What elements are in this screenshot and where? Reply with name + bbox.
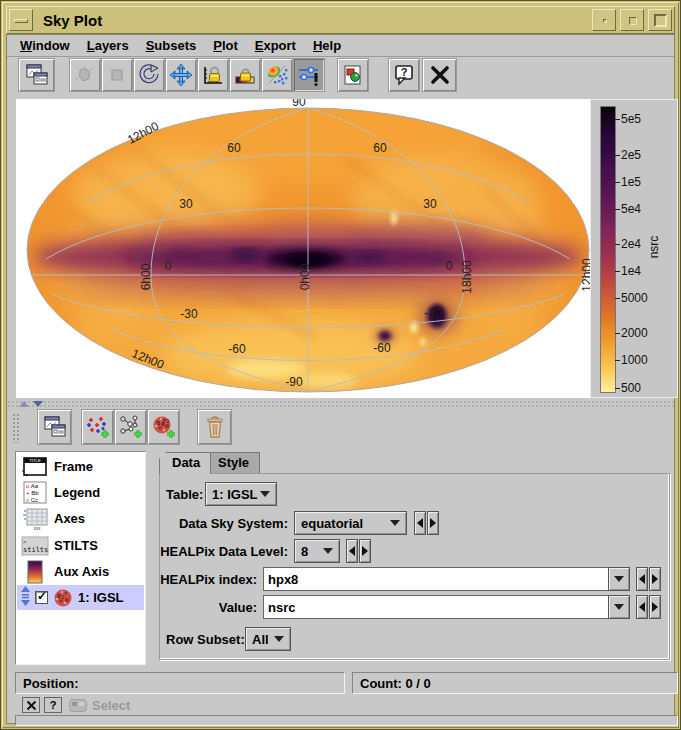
svg-text:stilts: stilts xyxy=(23,546,48,554)
healpix-level-select[interactable]: 8 xyxy=(294,539,340,563)
window-plot-icon xyxy=(25,64,49,86)
spin-left-button[interactable] xyxy=(346,539,358,563)
title-bar[interactable]: Sky Plot xyxy=(6,6,675,34)
chevron-down-icon[interactable] xyxy=(608,567,630,591)
lock-aux-range-button[interactable] xyxy=(229,58,261,92)
colorbar-tick: 1e5 xyxy=(621,175,641,189)
grid-label-m60-left: -60 xyxy=(228,342,245,356)
layer-item-frame[interactable]: TITLE Frame xyxy=(17,454,144,479)
axes-lock-icon xyxy=(202,64,224,86)
spin-right-button[interactable] xyxy=(427,511,439,535)
grid-label-m30-right: -30 xyxy=(424,306,441,320)
window-menu-button[interactable] xyxy=(9,9,33,31)
close-button[interactable] xyxy=(422,58,457,92)
menu-export[interactable]: Export xyxy=(255,38,296,53)
restore-button[interactable] xyxy=(648,9,672,31)
row-subset-value: All xyxy=(252,632,269,647)
layer-item-igsl[interactable]: ✓ 4 0 1: IGSL xyxy=(17,585,144,610)
splitter-collapse-down-icon[interactable] xyxy=(33,401,43,407)
cancel-navigation-button[interactable] xyxy=(22,697,40,713)
toolbar-grip[interactable] xyxy=(12,413,21,443)
colorbar-tick: 5000 xyxy=(621,291,648,305)
scatter-plus-icon xyxy=(86,415,110,439)
healpix-index-label: HEALPix index: xyxy=(160,572,257,587)
spin-left-button[interactable] xyxy=(636,595,648,619)
grid-label-0-right: 0 xyxy=(446,259,453,273)
position-label: Position: xyxy=(23,676,79,691)
row-subset-label: Row Subset: xyxy=(166,632,245,647)
rescale-button[interactable] xyxy=(133,58,165,92)
navigation-help-button[interactable]: ? xyxy=(44,697,62,713)
tab-style[interactable]: Style xyxy=(205,452,260,474)
add-pair-layer-button[interactable] xyxy=(114,409,147,445)
menu-subsets[interactable]: Subsets xyxy=(146,38,197,53)
menu-plot[interactable]: Plot xyxy=(213,38,238,53)
grid-label-m30-left: -30 xyxy=(180,307,197,321)
colorbar-tick: 2e5 xyxy=(621,148,641,162)
aux-axis-icon xyxy=(20,560,50,583)
help-button[interactable]: ? xyxy=(388,58,420,92)
healpix-index-combo[interactable]: hpx8 xyxy=(263,567,630,591)
layer-item-stilts[interactable]: > stilts STILTS xyxy=(17,533,144,558)
new-plot-window-button[interactable] xyxy=(18,58,55,92)
pan-mode-button[interactable] xyxy=(165,58,197,92)
sky-plot-canvas[interactable]: 90 12h00 60 60 30 30 0 0 6h00 0h00 18h00… xyxy=(16,99,678,398)
healpix-level-spinner xyxy=(346,539,371,563)
spin-left-button[interactable] xyxy=(414,511,426,535)
value-combo[interactable]: nsrc xyxy=(263,595,630,619)
tab-data[interactable]: Data xyxy=(159,452,211,474)
layer-item-legend[interactable]: o Aa + Bb x Cc Legend xyxy=(17,480,144,505)
chevron-down-icon[interactable] xyxy=(608,595,630,619)
healpix-index-value[interactable]: hpx8 xyxy=(263,567,608,591)
spin-right-button[interactable] xyxy=(359,539,371,563)
add-position-layer-button[interactable] xyxy=(81,409,114,445)
reorder-layer-icon[interactable] xyxy=(20,585,31,611)
split-pane-divider[interactable] xyxy=(7,400,674,408)
stilts-icon: > stilts xyxy=(20,534,50,557)
svg-text:x Cc: x Cc xyxy=(26,497,38,503)
svg-text:TITLE: TITLE xyxy=(29,458,41,463)
svg-text:1 3: 1 3 xyxy=(162,418,169,424)
colorbar-gradient xyxy=(600,106,616,393)
svg-text:o Aa: o Aa xyxy=(26,483,39,489)
value-value[interactable]: nsrc xyxy=(263,595,608,619)
sketch-mode-button[interactable] xyxy=(261,58,293,92)
window-content: Window Layers Subsets Plot Export Help xyxy=(6,34,675,724)
menu-layers[interactable]: Layers xyxy=(87,38,129,53)
healpix-index-spinner xyxy=(636,567,661,591)
menu-window[interactable]: Window xyxy=(20,38,70,53)
table-select[interactable]: 1: IGSL xyxy=(205,482,277,506)
export-image-button[interactable] xyxy=(337,58,369,92)
window-plot-icon xyxy=(43,416,67,438)
add-healpix-layer-button[interactable]: 4 0 1 3 xyxy=(147,409,180,445)
value-label: Value: xyxy=(160,600,257,615)
row-subset-select[interactable]: All xyxy=(245,627,291,651)
menu-help[interactable]: Help xyxy=(313,38,341,53)
colorbar-tick: 5e4 xyxy=(621,202,641,216)
trash-icon xyxy=(204,415,226,439)
layer-control-window-button[interactable] xyxy=(37,409,72,445)
grid-label-m60-right: -60 xyxy=(373,341,390,355)
sky-system-spinner xyxy=(414,511,439,535)
table-label: Table: xyxy=(166,487,203,502)
plot-config-button[interactable] xyxy=(293,58,325,92)
svg-text:>: > xyxy=(23,538,27,545)
spin-left-button[interactable] xyxy=(636,567,648,591)
question-icon: ? xyxy=(50,699,57,711)
layer-item-aux-axis[interactable]: Aux Axis xyxy=(17,559,144,584)
lock-axes-button[interactable] xyxy=(197,58,229,92)
minimize-button[interactable] xyxy=(592,9,616,31)
spin-right-button[interactable] xyxy=(649,567,661,591)
splitter-collapse-up-icon[interactable] xyxy=(19,401,29,407)
delete-layer-button[interactable] xyxy=(197,409,232,445)
square-disabled-icon xyxy=(106,64,128,86)
pan-arrows-icon xyxy=(169,63,193,87)
layers-list[interactable]: TITLE Frame o Aa + Bb x Cc Legend xyxy=(15,451,146,665)
sky-map[interactable] xyxy=(16,99,590,398)
maximize-button[interactable] xyxy=(620,9,644,31)
sky-system-select[interactable]: equatorial xyxy=(294,511,407,535)
grid-label-6h00: 6h00 xyxy=(139,264,153,291)
layer-visible-checkbox[interactable]: ✓ xyxy=(35,591,48,604)
spin-right-button[interactable] xyxy=(649,595,661,619)
layer-item-axes[interactable]: xxx Axes xyxy=(17,506,144,531)
